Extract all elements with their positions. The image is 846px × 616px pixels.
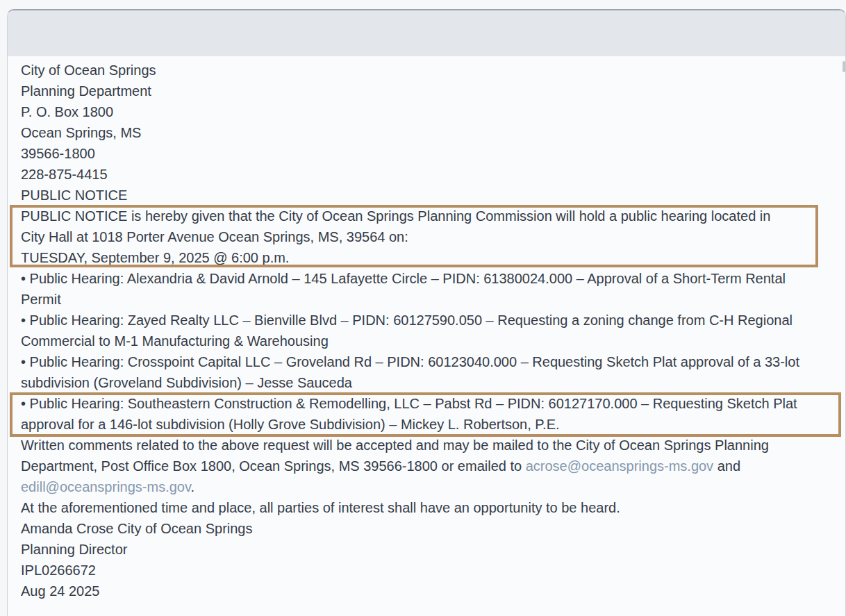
scrollbar-thumb[interactable] [843, 61, 845, 72]
notice-line-bullet-arnold-2: Permit [21, 289, 844, 310]
notice-text: TUESDAY, September 9, 2025 @ 6:00 p.m. [21, 250, 289, 265]
notice-line-pobox: P. O. Box 1800 [21, 101, 844, 122]
notice-line-hearing-intro-2: City Hall at 1018 Porter Avenue Ocean Sp… [21, 226, 844, 247]
notice-line-opportunity: At the aforementioned time and place, al… [21, 497, 844, 518]
notice-text: • Public Hearing: Crosspoint Capital LLC… [21, 354, 799, 369]
notice-line-hearing-datetime: TUESDAY, September 9, 2025 @ 6:00 p.m. [21, 247, 844, 268]
notice-line-city: City of Ocean Springs [21, 60, 844, 81]
notice-line-written-comments-2: Department, Post Office Box 1800, Ocean … [21, 456, 844, 476]
notice-line-city-state: Ocean Springs, MS [21, 122, 844, 143]
notice-line-bullet-zayed-2: Commercial to M-1 Manufacturing & Wareho… [21, 331, 844, 351]
notice-text: approval for a 146-lot subdivision (Holl… [21, 417, 560, 432]
notice-text: P. O. Box 1800 [21, 104, 113, 119]
notice-text: • Public Hearing: Alexandria & David Arn… [21, 271, 786, 286]
notice-line-bullet-crosspoint-1: • Public Hearing: Crosspoint Capital LLC… [21, 351, 844, 372]
notice-line-phone: 228-875-4415 [21, 164, 844, 185]
notice-line-bullet-southeastern-1: • Public Hearing: Southeastern Construct… [21, 393, 844, 414]
card-header-band [8, 10, 845, 56]
notice-body: City of Ocean Springs Planning Departmen… [21, 60, 844, 601]
notice-text: and [713, 458, 740, 474]
notice-line-public-notice-title: PUBLIC NOTICE [21, 185, 844, 206]
email-link-acrose[interactable]: acrose@oceansprings-ms.gov [526, 458, 713, 474]
notice-line-zip: 39566-1800 [21, 143, 844, 164]
notice-line-bullet-zayed-1: • Public Hearing: Zayed Realty LLC – Bie… [21, 310, 844, 331]
notice-line-written-comments-3: edill@oceansprings-ms.gov. [21, 476, 844, 497]
notice-line-signatory: Amanda Crose City of Ocean Springs [21, 518, 844, 539]
notice-text: 39566-1800 [21, 146, 95, 161]
notice-text: Ocean Springs, MS [21, 125, 141, 140]
notice-text: City Hall at 1018 Porter Avenue Ocean Sp… [21, 229, 408, 244]
notice-text: PUBLIC NOTICE is hereby given that the C… [21, 208, 770, 224]
page: City of Ocean Springs Planning Departmen… [0, 0, 846, 616]
notice-text: City of Ocean Springs [21, 63, 156, 78]
notice-text: Commercial to M-1 Manufacturing & Wareho… [21, 333, 329, 349]
notice-line-bullet-southeastern-2: approval for a 146-lot subdivision (Holl… [21, 414, 844, 435]
notice-line-bullet-arnold-1: • Public Hearing: Alexandria & David Arn… [21, 268, 844, 289]
notice-text: Permit [21, 292, 61, 307]
notice-text: . [190, 479, 194, 494]
notice-text: • Public Hearing: Southeastern Construct… [21, 396, 797, 411]
notice-line-publish-date: Aug 24 2025 [21, 581, 844, 601]
notice-text: Written comments related to the above re… [21, 438, 769, 453]
notice-text: subdivision (Groveland Subdivision) – Je… [21, 375, 352, 390]
notice-line-signatory-title: Planning Director [21, 539, 844, 560]
notice-line-hearing-intro-1: PUBLIC NOTICE is hereby given that the C… [21, 206, 844, 226]
notice-text: Planning Director [21, 542, 127, 557]
notice-text: Amanda Crose City of Ocean Springs [21, 521, 253, 536]
email-link-edill[interactable]: edill@oceansprings-ms.gov [21, 479, 190, 494]
notice-text: • Public Hearing: Zayed Realty LLC – Bie… [21, 313, 793, 328]
notice-line-bullet-crosspoint-2: subdivision (Groveland Subdivision) – Je… [21, 372, 844, 393]
notice-text: PUBLIC NOTICE [21, 188, 127, 203]
notice-line-written-comments-1: Written comments related to the above re… [21, 435, 844, 456]
notice-text: Aug 24 2025 [21, 583, 99, 599]
notice-text: At the aforementioned time and place, al… [21, 500, 620, 515]
notice-text: Planning Department [21, 83, 151, 99]
notice-text: IPL0266672 [21, 563, 96, 578]
notice-text: Department, Post Office Box 1800, Ocean … [21, 458, 526, 474]
notice-text: 228-875-4415 [21, 167, 108, 182]
notice-line-reference-number: IPL0266672 [21, 560, 844, 581]
notice-line-department: Planning Department [21, 81, 844, 101]
